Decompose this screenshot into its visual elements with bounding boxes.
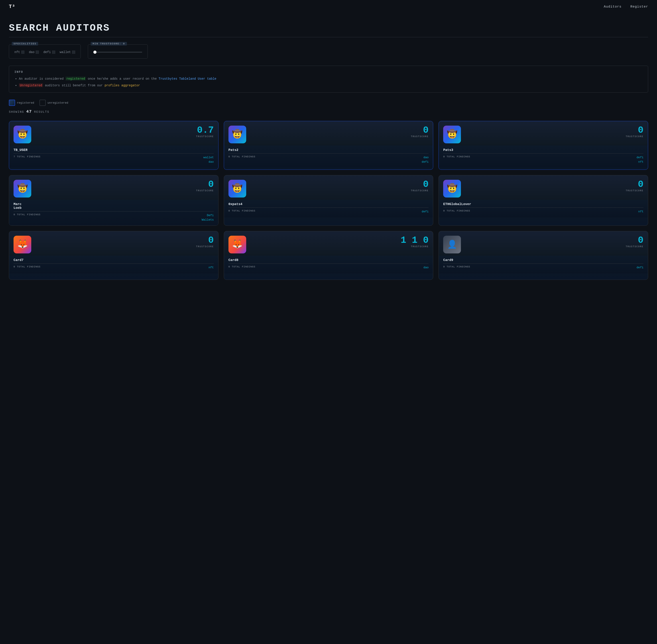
spec-defi-checkbox[interactable] (52, 51, 55, 54)
specialities-items: nft dao defi wallet (15, 50, 75, 54)
card-top: 🤠 0 TRUSTSCORE (9, 175, 218, 200)
auditor-card[interactable]: 🦊 1 1 0 TRUSTSCORE Card8 0 TOTAL FINDING… (224, 231, 433, 280)
main-content: SEARCH AUDITORS SPECIALITIES nft dao def… (0, 14, 657, 293)
card-bottom: 0xpats4 0 TOTAL FINDINGS defi (224, 200, 433, 217)
card-spec: dao (423, 266, 428, 270)
card-bottom: Card8 0 TOTAL FINDINGS dao (224, 256, 433, 273)
auditor-card[interactable]: 🤠 0.7 TRUSTSCORE TB_USER 7 TOTAL FINDING… (9, 121, 218, 170)
trust-score: 1 1 0 (401, 236, 428, 245)
page-title: SEARCH AUDITORS (9, 22, 648, 33)
legend-row: registered unregistered (9, 100, 648, 106)
trust-score: 0 (411, 180, 428, 189)
card-divider (443, 153, 643, 154)
spec-dao-checkbox[interactable] (36, 51, 39, 54)
auditor-card[interactable]: 🤠 0 TRUSTSCORE MarcLoeb 0 TOTAL FINDINGS… (9, 175, 218, 226)
card-avatar: 🤠 (14, 180, 31, 198)
trust-score-label: TRUSTSCORE (401, 246, 428, 248)
card-top: 🤠 0 TRUSTSCORE (439, 121, 648, 145)
legend-unregistered-label: unregistered (47, 101, 68, 105)
auditor-card[interactable]: 🤠 0 TRUSTSCORE Pats2 0 TOTAL FINDINGS da… (224, 121, 433, 170)
cards-grid: 🤠 0.7 TRUSTSCORE TB_USER 7 TOTAL FINDING… (9, 121, 648, 280)
card-spec: Defi (202, 213, 214, 218)
card-spec: nft (638, 209, 643, 214)
card-name: MarcLoeb (14, 202, 214, 210)
card-name: Pats2 (229, 148, 429, 152)
showing-results: SHOWING 47 RESULTS (9, 109, 648, 114)
nav-auditors[interactable]: Auditors (604, 5, 621, 9)
spec-nft-checkbox[interactable] (21, 51, 24, 54)
card-score-area: 0 TRUSTSCORE (411, 180, 428, 192)
legend-registered-label: registered (17, 101, 34, 105)
info-box: INFO An auditor is considered registered… (9, 66, 648, 93)
card-name: 0xpats4 (229, 202, 429, 206)
card-specialities: definft (637, 155, 643, 164)
trust-score-label: TRUSTSCORE (196, 189, 214, 192)
card-avatar: 🤠 (443, 125, 461, 143)
card-bottom: Card9 0 TOTAL FINDINGS defi (439, 256, 648, 273)
trust-score: 0 (626, 180, 643, 189)
auditor-card[interactable]: 🦊 0 TRUSTSCORE Card7 0 TOTAL FINDINGS nf… (9, 231, 218, 280)
card-name: ETHGlobalLover (443, 202, 643, 206)
auditor-card[interactable]: 🤠 0 TRUSTSCORE ETHGlobalLover 0 TOTAL FI… (439, 175, 648, 226)
trust-score-label: TRUSTSCORE (411, 189, 428, 192)
card-avatar: 🦊 (229, 236, 246, 253)
card-divider (443, 207, 643, 208)
spec-dao-label: dao (29, 50, 34, 54)
card-meta-row: 0 TOTAL FINDINGS DefiWallets (14, 213, 214, 222)
results-count: 47 (26, 109, 32, 114)
slider-thumb[interactable] (93, 51, 96, 54)
card-spec: Wallets (202, 218, 214, 222)
nav-register[interactable]: Register (630, 5, 648, 9)
nav-links: Auditors Register (604, 5, 648, 9)
card-spec: dao (204, 160, 214, 164)
card-specialities: defi (637, 266, 643, 270)
spec-defi: defi (43, 50, 55, 54)
card-name: TB_USER (14, 148, 214, 152)
card-findings: 0 TOTAL FINDINGS (443, 155, 470, 158)
card-bottom: Card7 0 TOTAL FINDINGS nft (9, 256, 218, 273)
card-findings: 0 TOTAL FINDINGS (14, 266, 41, 268)
card-spec: wallet (204, 155, 214, 160)
logo[interactable]: T³ (9, 4, 15, 9)
card-bottom: MarcLoeb 0 TOTAL FINDINGS DefiWallets (9, 200, 218, 226)
legend-unregistered-box (40, 100, 46, 106)
card-specialities: DefiWallets (202, 213, 214, 222)
trustscore-filter: MIN TRUSTSCORE: 0 (88, 44, 148, 59)
auditor-card[interactable]: 👤 0 TRUSTSCORE Card9 0 TOTAL FINDINGS de… (439, 231, 648, 280)
card-top: 🦊 0 TRUSTSCORE (9, 231, 218, 256)
info-bullet2-text: auditors still benefit from our (45, 84, 105, 87)
card-score-area: 0 TRUSTSCORE (626, 125, 643, 138)
info-bullet-1: An auditor is considered registered once… (19, 76, 642, 81)
trust-score: 0 (196, 180, 214, 189)
card-spec: defi (637, 155, 643, 160)
card-avatar: 🤠 (229, 180, 246, 198)
card-findings: 0 TOTAL FINDINGS (229, 209, 256, 212)
trust-score: 0 (626, 236, 643, 245)
card-specialities: defi (422, 209, 428, 214)
card-spec: nft (637, 160, 643, 164)
card-name: Card8 (229, 258, 429, 262)
trust-score: 0 (626, 125, 643, 135)
card-avatar: 🤠 (443, 180, 461, 198)
spec-dao: dao (29, 50, 39, 54)
card-score-area: 0 TRUSTSCORE (196, 180, 214, 192)
spec-wallet-checkbox[interactable] (72, 51, 75, 54)
card-meta-row: 0 TOTAL FINDINGS daodefi (229, 155, 429, 164)
auditor-card[interactable]: 🤠 0 TRUSTSCORE 0xpats4 0 TOTAL FINDINGS … (224, 175, 433, 226)
info-unregistered-keyword: Unregistered (19, 83, 43, 87)
card-meta-row: 0 TOTAL FINDINGS definft (443, 155, 643, 164)
filters-row: SPECIALITIES nft dao defi wallet (9, 44, 648, 59)
spec-wallet-label: wallet (60, 50, 71, 54)
legend-registered-box (9, 100, 15, 106)
card-score-area: 0 TRUSTSCORE (196, 236, 214, 248)
trust-score-label: TRUSTSCORE (626, 189, 643, 192)
card-findings: 7 TOTAL FINDINGS (14, 155, 41, 158)
trust-score-label: TRUSTSCORE (196, 246, 214, 248)
info-tableland-link[interactable]: Trustbytes Tableland User table (159, 77, 216, 80)
spec-defi-label: defi (43, 50, 51, 54)
slider-track[interactable] (93, 52, 142, 52)
auditor-card[interactable]: 🤠 0 TRUSTSCORE Pats3 0 TOTAL FINDINGS de… (439, 121, 648, 170)
card-meta-row: 0 TOTAL FINDINGS nft (14, 266, 214, 270)
info-profiles-link[interactable]: profiles aggregator (104, 84, 140, 87)
card-specialities: daodefi (422, 155, 428, 164)
